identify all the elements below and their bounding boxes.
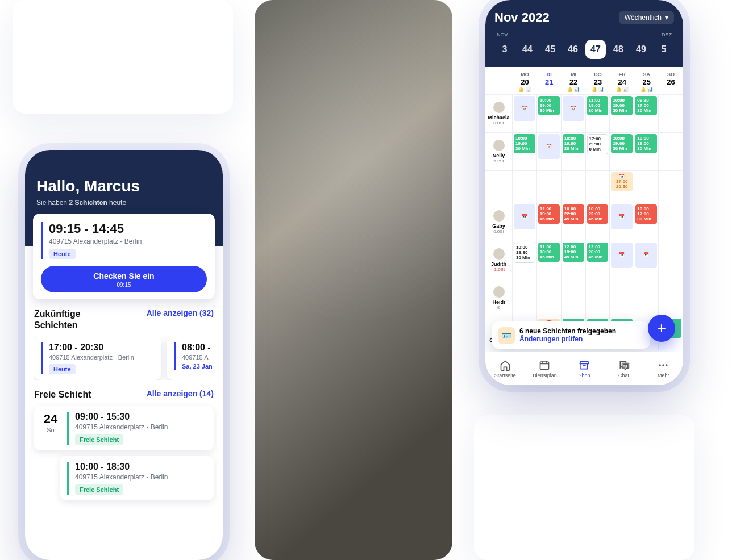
calendar-cell[interactable] [586, 279, 610, 317]
calendar-cell[interactable]: 10:0019:0030 Min [513, 133, 537, 171]
calendar-cell[interactable] [610, 279, 634, 317]
employee-label[interactable] [485, 171, 513, 203]
shift-block[interactable]: 11:0019:0030 Min [587, 96, 609, 115]
shift-block[interactable]: 10:0019:0030 Min [514, 134, 535, 153]
calendar-cell[interactable]: 10:0019:0030 Min [537, 95, 562, 133]
calendar-cell[interactable]: 10:0017:0030 Min [634, 203, 659, 241]
day-header[interactable]: FR24🔔 📊 [610, 67, 634, 94]
tab-schedule[interactable]: Dienstplan [525, 352, 565, 385]
shift-block[interactable]: 📅 [635, 243, 657, 268]
shift-block[interactable]: 📅 [538, 134, 560, 159]
day-header[interactable]: DO23🔔 📊 [586, 67, 610, 94]
employee-label[interactable]: Nelly5.2St [485, 133, 513, 171]
tab-more[interactable]: Mehr [643, 352, 683, 385]
employee-label[interactable]: Gaby0.0St [485, 203, 513, 241]
shift-block[interactable]: 11:0018:0045 Min [538, 243, 560, 262]
week-46[interactable]: 46 [563, 40, 583, 59]
calendar-cell[interactable]: 10:0018:3030 Min [513, 241, 537, 279]
upcoming-show-all[interactable]: Alle anzeigen (32) [147, 308, 214, 317]
shift-block[interactable]: 📅17:0020:30 [611, 172, 633, 191]
shift-block[interactable]: 10:0019:0030 Min [611, 134, 633, 153]
shift-block[interactable]: 10:0017:0030 Min [635, 204, 657, 224]
week-5[interactable]: 5 [654, 40, 674, 59]
calendar-cell[interactable]: 17:0021:000 Min [586, 133, 610, 171]
calendar-cell[interactable]: 10:0019:0030 Min [634, 133, 659, 171]
calendar-cell[interactable] [659, 95, 683, 133]
shift-block[interactable]: 17:0021:000 Min [587, 134, 609, 154]
calendar-cell[interactable]: 11:0019:0030 Min [586, 95, 610, 133]
calendar-cell[interactable]: 10:0019:0030 Min [610, 95, 634, 133]
shift-block[interactable]: 10:0022:0045 Min [563, 204, 584, 224]
shift-block[interactable]: 📅 [611, 243, 633, 268]
employee-label[interactable]: Michaela0.0St [485, 95, 513, 133]
calendar-cell[interactable]: 12:0020:0045 Min [586, 241, 610, 279]
day-header[interactable]: SO26 [659, 67, 683, 94]
schedule-month-title[interactable]: Nov 2022 [494, 10, 550, 25]
upcoming-shift-card[interactable]: 08:00 -409715 ASa, 23 Jan [167, 337, 214, 380]
toast-action[interactable]: Änderungen prüfen [519, 335, 643, 343]
calendar-cell[interactable] [537, 171, 562, 203]
tab-home[interactable]: Startseite [485, 352, 525, 385]
shift-block[interactable]: 10:0019:0030 Min [538, 96, 560, 115]
calendar-cell[interactable]: 📅 [610, 241, 634, 279]
calendar-cell[interactable]: 11:0018:0045 Min [537, 241, 562, 279]
shift-block[interactable]: 12:0019:0045 Min [563, 243, 584, 262]
week-47[interactable]: 47 [585, 40, 606, 59]
calendar-cell[interactable] [659, 133, 683, 171]
calendar-cell[interactable]: 📅17:0020:30 [610, 171, 634, 203]
week-45[interactable]: 45 [540, 40, 560, 59]
calendar-cell[interactable]: 10:0019:0030 Min [610, 133, 634, 171]
shift-block[interactable]: 📅 [563, 96, 584, 121]
calendar-cell[interactable]: 📅 [562, 95, 586, 133]
calendar-cell[interactable]: 12:0019:0045 Min [537, 203, 562, 241]
week-selector[interactable]: 34445464748495 [494, 40, 674, 59]
calendar-cell[interactable]: 📅 [513, 203, 537, 241]
calendar-cell[interactable] [562, 171, 586, 203]
calendar-cell[interactable] [659, 279, 683, 317]
employee-label[interactable]: Judith-1.0St [485, 241, 513, 279]
calendar-cell[interactable]: 📅 [634, 241, 659, 279]
upcoming-shift-card[interactable]: 17:00 - 20:30409715 Alexanderplatz - Ber… [34, 337, 161, 380]
week-3[interactable]: 3 [494, 40, 515, 59]
add-button[interactable]: + [648, 315, 675, 342]
new-shifts-toast[interactable]: 🪪 6 neue Schichten freigegeben Änderunge… [492, 321, 650, 349]
week-48[interactable]: 48 [608, 40, 629, 59]
calendar-cell[interactable]: 10:0022:0045 Min [562, 203, 586, 241]
calendar-cell[interactable] [513, 279, 537, 317]
calendar-cell[interactable]: 📅 [537, 133, 562, 171]
shift-block[interactable]: 10:0019:0030 Min [563, 134, 584, 153]
calendar-cell[interactable]: 09:3017:0030 Min [634, 95, 659, 133]
shift-block[interactable]: 10:0022:0045 Min [587, 204, 609, 224]
week-44[interactable]: 44 [517, 40, 538, 59]
shift-block[interactable]: 12:0020:0045 Min [587, 243, 609, 262]
calendar-cell[interactable]: 10:0022:0045 Min [586, 203, 610, 241]
calendar-cell[interactable] [513, 171, 537, 203]
tab-chat[interactable]: Chat [604, 352, 644, 385]
day-header[interactable]: SA25🔔 📊 [634, 67, 659, 94]
shift-block[interactable]: 12:0019:0045 Min [538, 204, 560, 224]
day-header[interactable]: MI22🔔 📊 [562, 67, 586, 94]
open-shift-card[interactable]: 10:00 - 18:30 409715 Alexanderplatz - Be… [60, 456, 214, 500]
employee-label[interactable]: Heidi⊘ [485, 279, 513, 317]
shift-block[interactable]: 09:3017:0030 Min [635, 96, 657, 115]
calendar-cell[interactable] [634, 279, 659, 317]
shift-block[interactable]: 10:0019:0030 Min [635, 134, 657, 153]
checkin-button[interactable]: Checken Sie ein 09:15 [41, 266, 207, 292]
calendar-cell[interactable]: 📅 [610, 203, 634, 241]
calendar-cell[interactable] [659, 203, 683, 241]
day-header[interactable]: MO20🔔 📊 [513, 67, 537, 94]
calendar-cell[interactable] [634, 171, 659, 203]
calendar-cell[interactable] [659, 241, 683, 279]
shift-block[interactable]: 📅 [611, 204, 633, 229]
open-show-all[interactable]: Alle anzeigen (14) [147, 389, 214, 398]
current-shift-card[interactable]: 09:15 - 14:45 409715 Alexanderplatz - Be… [33, 214, 215, 299]
week-49[interactable]: 49 [631, 40, 651, 59]
day-header[interactable]: DI21 [537, 67, 562, 94]
calendar-cell[interactable]: 📅 [513, 95, 537, 133]
calendar-cell[interactable]: 10:0019:0030 Min [562, 133, 586, 171]
calendar-cell[interactable] [537, 279, 562, 317]
calendar-cell[interactable] [659, 171, 683, 203]
shift-block[interactable]: 10:0019:0030 Min [611, 96, 633, 115]
shift-block[interactable]: 📅 [514, 204, 535, 229]
calendar-cell[interactable] [562, 279, 586, 317]
